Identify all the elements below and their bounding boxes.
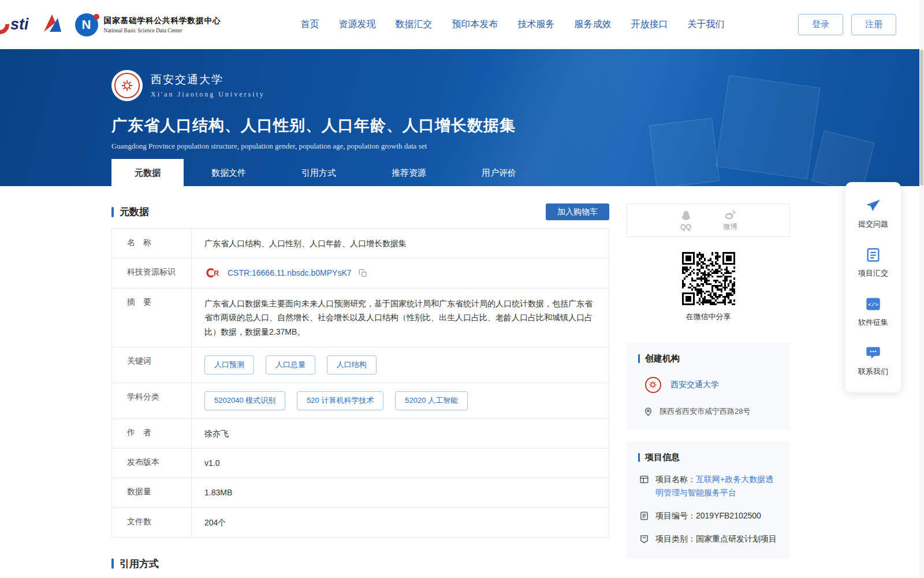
nav-preprint[interactable]: 预印本发布 xyxy=(452,18,498,31)
organization-name-cn: 西安交通大学 xyxy=(151,72,265,87)
nsdc-name-cn: 国家基础学科公共科学数据中心 xyxy=(104,16,221,26)
keyword-tag[interactable]: 人口预测 xyxy=(204,355,254,375)
files-count-value: 204个 xyxy=(192,508,609,537)
table-row-files: 文件数 204个 xyxy=(112,508,609,537)
share-box: QQ 微博 xyxy=(627,203,790,237)
nav-home[interactable]: 首页 xyxy=(301,18,319,31)
nav-tech-service[interactable]: 技术服务 xyxy=(518,18,555,31)
table-row-version: 发布版本 v1.0 xyxy=(112,449,609,478)
page-scrollbar xyxy=(919,0,924,578)
row-label: 作 者 xyxy=(112,419,192,448)
university-seal-ring xyxy=(114,73,139,98)
table-row-keywords: 关键词 人口预测 人口总量 人口结构 xyxy=(112,347,609,383)
dataset-title-en: Guangdong Province population structure,… xyxy=(111,142,924,151)
organization-row: 西安交通大学 Xi'an Jiaotong University xyxy=(111,70,924,101)
register-button[interactable]: 注册 xyxy=(851,14,896,35)
metadata-title-text: 元数据 xyxy=(120,205,149,218)
submit-question-label: 提交问题 xyxy=(858,219,888,229)
submit-question-button[interactable]: 提交问题 xyxy=(845,189,901,238)
project-submission-label: 项目汇交 xyxy=(858,268,888,279)
cstr-identifier-link[interactable]: CSTR:16666.11.nbsdc.b0MPYsK7 xyxy=(228,267,352,279)
contact-us-label: 联系我们 xyxy=(858,366,888,377)
keyword-tag[interactable]: 人口结构 xyxy=(327,355,377,375)
project-box-title: 项目信息 xyxy=(645,452,680,463)
wechat-share-caption: 在微信中分享 xyxy=(627,312,790,322)
citation-section: 引用方式 徐亦飞.广东省人口结构、人口性别、人口年龄、人口增长数据集.(V1).… xyxy=(111,557,609,578)
row-label: 关键词 xyxy=(112,347,192,383)
software-collection-button[interactable]: </> 软件征集 xyxy=(845,287,901,336)
creator-address-row: 陕西省西安市咸宁西路28号 xyxy=(643,406,778,417)
project-code-text: 项目编号：2019YFB2102500 xyxy=(655,509,761,523)
subject-tag[interactable]: 52020 人工智能 xyxy=(395,391,468,410)
project-type-row: 项目类别：国家重点研发计划项目 xyxy=(639,532,778,546)
nsdc-logo-text: 国家基础学科公共科学数据中心 National Basic Science Da… xyxy=(104,16,221,34)
tab-metadata[interactable]: 元数据 xyxy=(111,159,184,186)
nsti-logo-text: sti xyxy=(10,16,29,34)
author-value: 徐亦飞 xyxy=(192,419,609,448)
login-button[interactable]: 登录 xyxy=(798,14,843,35)
tab-data-files[interactable]: 数据文件 xyxy=(184,159,274,186)
project-box-header: 项目信息 xyxy=(638,452,778,463)
svg-text:</>: </> xyxy=(868,302,878,308)
tab-recommended[interactable]: 推荐资源 xyxy=(364,159,454,186)
share-qq-button[interactable]: QQ xyxy=(680,210,692,231)
project-type-label: 项目类别： xyxy=(655,534,696,543)
keyword-tag[interactable]: 人口总量 xyxy=(266,355,315,375)
subject-tag[interactable]: 5202040 模式识别 xyxy=(204,391,285,410)
nav-data-submission[interactable]: 数据汇交 xyxy=(396,18,433,31)
add-to-cart-button[interactable]: 加入购物车 xyxy=(546,203,609,220)
cstr-logo-icon: R xyxy=(204,268,223,278)
share-weibo-button[interactable]: 微博 xyxy=(724,209,737,232)
table-row-abstract: 摘 要 广东省人口数据集主要面向未来人口预测研究，基于国家统计局和广东省统计局的… xyxy=(112,288,609,348)
wechat-share-block: 在微信中分享 xyxy=(627,252,790,322)
project-submission-button[interactable]: 项目汇交 xyxy=(845,238,901,287)
floating-quick-bar: 提交问题 项目汇交 </> 软件征集 联系我们 xyxy=(845,182,901,392)
logo-group: sti N 国家基础学科公共科学数据中心 National Basic Scie… xyxy=(0,12,221,38)
project-name-icon xyxy=(639,475,649,484)
creator-organization-link[interactable]: 西安交通大学 xyxy=(670,380,719,390)
row-label: 发布版本 xyxy=(112,449,192,477)
project-info-box: 项目信息 项目名称：互联网+政务大数据透明管理与智能服务平台 项目编号：2019… xyxy=(627,442,790,558)
software-collection-label: 软件征集 xyxy=(858,317,888,328)
abstract-value: 广东省人口数据集主要面向未来人口预测研究，基于国家统计局和广东省统计局的人口统计… xyxy=(192,288,609,347)
organization-name-en: Xi'an Jiaotong University xyxy=(151,90,265,99)
nsdc-name-en: National Basic Science Data Center xyxy=(104,28,221,34)
nsdc-logo: N 国家基础学科公共科学数据中心 National Basic Science … xyxy=(75,13,221,36)
project-code-label: 项目编号： xyxy=(655,511,696,520)
creator-address-text: 陕西省西安市咸宁西路28号 xyxy=(660,406,750,417)
project-name-text: 项目名称：互联网+政务大数据透明管理与智能服务平台 xyxy=(655,473,778,499)
metadata-section-header: 元数据 加入购物车 xyxy=(111,203,609,220)
university-seal-gear-icon xyxy=(121,79,133,92)
scrollbar-thumb[interactable] xyxy=(920,50,923,186)
main-nav: 首页 资源发现 数据汇交 预印本发布 技术服务 服务成效 开放接口 关于我们 xyxy=(301,18,725,31)
contact-us-button[interactable]: 联系我们 xyxy=(845,336,901,386)
qr-code xyxy=(682,252,735,305)
section-accent-bar xyxy=(111,558,114,569)
nav-about[interactable]: 关于我们 xyxy=(688,18,725,31)
size-value: 1.83MB xyxy=(192,478,609,507)
dataset-name-value: 广东省人口结构、人口性别、人口年龄、人口增长数据集 xyxy=(192,229,609,258)
subject-tag[interactable]: 520 计算机科学技术 xyxy=(297,391,383,410)
project-code-value: 2019YFB2102500 xyxy=(696,511,761,520)
creator-box: 创建机构 西安交通大学 xyxy=(627,343,790,430)
copy-icon[interactable] xyxy=(359,269,367,277)
nav-resource-discovery[interactable]: 资源发现 xyxy=(339,18,376,31)
citation-title-text: 引用方式 xyxy=(120,557,159,570)
tab-user-reviews[interactable]: 用户评价 xyxy=(454,159,544,186)
nav-service-results[interactable]: 服务成效 xyxy=(575,18,612,31)
top-navbar: sti N 国家基础学科公共科学数据中心 National Basic Scie… xyxy=(0,0,924,49)
table-row-name: 名 称 广东省人口结构、人口性别、人口年龄、人口增长数据集 xyxy=(112,229,609,258)
row-label: 名 称 xyxy=(112,229,192,258)
left-column: 元数据 加入购物车 名 称 广东省人口结构、人口性别、人口年龄、人口增长数据集 … xyxy=(111,203,609,578)
table-row-author: 作 者 徐亦飞 xyxy=(112,419,609,449)
section-accent-bar xyxy=(638,453,640,462)
project-type-icon xyxy=(639,534,649,544)
tab-citation[interactable]: 引用方式 xyxy=(274,159,364,186)
nav-open-api[interactable]: 开放接口 xyxy=(631,18,668,31)
chat-icon xyxy=(865,345,881,361)
auth-buttons: 登录 注册 xyxy=(798,14,896,35)
code-icon: </> xyxy=(865,296,881,312)
project-type-text: 项目类别：国家重点研发计划项目 xyxy=(655,532,777,546)
row-label: 科技资源标识 xyxy=(112,258,192,287)
subjects-cell: 5202040 模式识别 520 计算机科学技术 52020 人工智能 xyxy=(192,383,609,418)
